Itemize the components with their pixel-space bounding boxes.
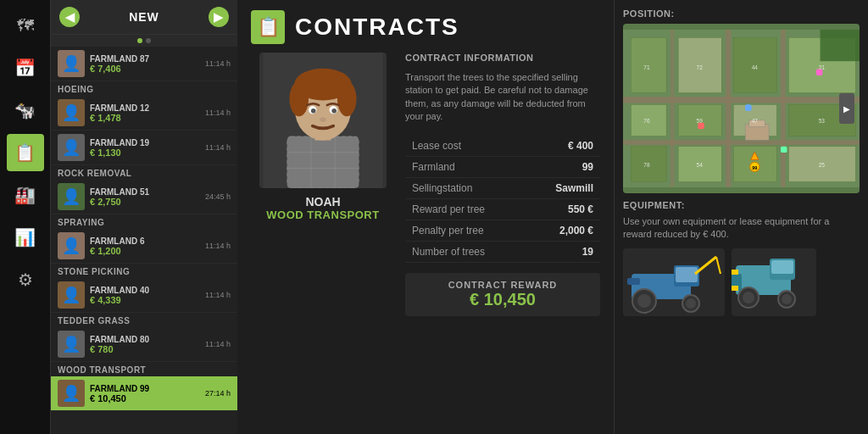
position-label: POSITION:	[623, 8, 860, 19]
contract-item[interactable]: 👤 FARMLAND 87 € 7,406 11:14 h	[51, 47, 237, 81]
contract-scroll-list[interactable]: 👤 FARMLAND 87 € 7,406 11:14 h HOEING 👤 F…	[51, 47, 237, 434]
contract-info-title: CONTRACT INFORMATION	[405, 53, 600, 63]
svg-text:44: 44	[752, 64, 759, 70]
svg-text:25: 25	[819, 162, 826, 168]
contract-info: FARMLAND 6 € 1,200	[90, 236, 200, 256]
contract-item[interactable]: 👤 FARMLAND 6 € 1,200 11:14 h	[51, 229, 237, 264]
contract-info: FARMLAND 99 € 10,450	[90, 384, 200, 403]
contract-time: 11:14 h	[205, 143, 231, 152]
character-name: NOAH	[305, 195, 340, 209]
contract-time: 11:14 h	[205, 340, 231, 348]
svg-rect-19	[623, 140, 860, 145]
contract-item[interactable]: 👤 FARMLAND 40 € 4,339 11:14 h	[51, 278, 237, 313]
contract-item[interactable]: 👤 FARMLAND 80 € 780 11:14 h	[51, 327, 237, 362]
avatar: 👤	[58, 183, 85, 210]
category-spraying: SPRAYING	[51, 214, 237, 229]
contract-price: € 1,130	[90, 147, 200, 158]
svg-rect-64	[627, 278, 640, 285]
contracts-header-icon: 📋	[251, 10, 285, 44]
character-job: WOOD TRANSPORT	[266, 209, 379, 221]
contract-time: 11:14 h	[205, 291, 231, 299]
contract-price: € 4,339	[90, 295, 200, 305]
contract-info: FARMLAND 51 € 2,750	[90, 187, 200, 207]
tractor-image	[623, 248, 725, 316]
animal-nav-icon[interactable]: 🐄	[7, 92, 44, 129]
contracts-nav-icon[interactable]: 📋	[7, 134, 44, 171]
svg-rect-18	[623, 97, 860, 103]
row-value: 99	[527, 156, 600, 177]
svg-text:54: 54	[697, 162, 704, 168]
svg-point-14	[311, 108, 316, 114]
row-label: Farmland	[405, 156, 527, 177]
contract-item[interactable]: 👤 FARMLAND 19 € 1,130 11:14 h	[51, 131, 237, 165]
contract-item[interactable]: 👤 FARMLAND 12 € 1,478 11:14 h	[51, 96, 237, 131]
list-header: ◀ NEW ▶	[51, 0, 237, 35]
row-label: Number of trees	[405, 241, 527, 262]
settings-nav-icon[interactable]: ⚙	[7, 261, 44, 298]
row-value: 550 €	[527, 198, 600, 220]
svg-point-15	[331, 108, 337, 114]
table-row: Number of trees 19	[405, 241, 600, 262]
svg-rect-69	[771, 260, 793, 274]
svg-point-11	[337, 81, 357, 116]
svg-point-71	[743, 292, 754, 303]
contract-item-selected[interactable]: 👤 FARMLAND 99 € 10,450 27:14 h	[51, 376, 237, 411]
reward-section: CONTRACT REWARD € 10,450	[405, 273, 600, 316]
category-stone-picking: STONE PICKING	[51, 264, 237, 278]
avatar: 👤	[58, 50, 85, 77]
table-row: Penalty per tree 2,000 €	[405, 220, 600, 241]
svg-text:99: 99	[752, 165, 757, 170]
svg-point-10	[289, 81, 309, 116]
contract-price: € 2,750	[90, 197, 200, 207]
stats-nav-icon[interactable]: 📊	[7, 219, 44, 256]
svg-rect-1	[287, 136, 359, 188]
svg-rect-52	[698, 123, 704, 129]
contract-price: € 1,478	[90, 113, 200, 123]
svg-rect-35	[821, 30, 860, 61]
detail-body: NOAH WOOD TRANSPORT CONTRACT INFORMATION…	[251, 53, 600, 424]
page-dots	[51, 35, 237, 47]
category-wood-transport: WOOD TRANSPORT	[51, 362, 237, 376]
detail-panel: 📋 CONTRACTS	[237, 0, 614, 434]
avatar: 👤	[58, 331, 85, 358]
map-expand-button[interactable]: ▶	[839, 93, 854, 124]
harvester-image	[732, 248, 816, 316]
calendar-nav-icon[interactable]: 📅	[7, 49, 44, 86]
prev-page-button[interactable]: ◀	[59, 7, 80, 27]
contract-price: € 7,406	[90, 64, 200, 74]
map-nav-icon[interactable]: 🗺	[7, 7, 44, 44]
svg-point-16	[320, 117, 326, 122]
svg-text:59: 59	[697, 118, 704, 124]
contract-farmland-name: FARMLAND 19	[90, 138, 200, 147]
detail-header: 📋 CONTRACTS	[251, 10, 600, 44]
reward-label: CONTRACT REWARD	[415, 280, 590, 290]
svg-rect-75	[732, 270, 738, 275]
left-navigation: 🗺 📅 🐄 📋 🏭 📊 ⚙	[0, 0, 51, 434]
category-hoeing: HOEING	[51, 81, 237, 96]
row-label: Penalty per tree	[405, 220, 527, 241]
equipment-label: EQUIPMENT:	[623, 200, 860, 210]
map-container: 71 72 44 21 76 59 47 53 78 54 99 25 99	[623, 24, 860, 193]
svg-text:76: 76	[643, 118, 650, 124]
category-rock-removal: ROCK REMOVAL	[51, 165, 237, 180]
factory-nav-icon[interactable]: 🏭	[7, 176, 44, 214]
contract-info: FARMLAND 80 € 780	[90, 335, 200, 354]
svg-rect-53	[745, 104, 751, 110]
svg-text:47: 47	[752, 118, 759, 124]
equipment-description: Use your own equipment or lease equipmen…	[623, 215, 860, 242]
avatar: 👤	[58, 232, 85, 259]
svg-text:78: 78	[643, 162, 650, 168]
position-section: POSITION:	[623, 8, 860, 193]
character-section: NOAH WOOD TRANSPORT	[251, 53, 395, 424]
category-tedder-grass: TEDDER GRASS	[51, 313, 237, 327]
row-label: Reward per tree	[405, 198, 527, 220]
table-row: Farmland 99	[405, 156, 600, 177]
contract-item[interactable]: 👤 FARMLAND 51 € 2,750 24:45 h	[51, 180, 237, 214]
contract-time: 11:14 h	[205, 59, 231, 68]
next-page-button[interactable]: ▶	[209, 7, 229, 27]
contract-list-panel: ◀ NEW ▶ 👤 FARMLAND 87 € 7,406 11:14 h HO…	[51, 0, 237, 434]
contract-farmland-name: FARMLAND 80	[90, 335, 200, 344]
contract-farmland-name: FARMLAND 40	[90, 286, 200, 295]
contract-info: FARMLAND 19 € 1,130	[90, 138, 200, 158]
contract-farmland-name: FARMLAND 12	[90, 103, 200, 113]
